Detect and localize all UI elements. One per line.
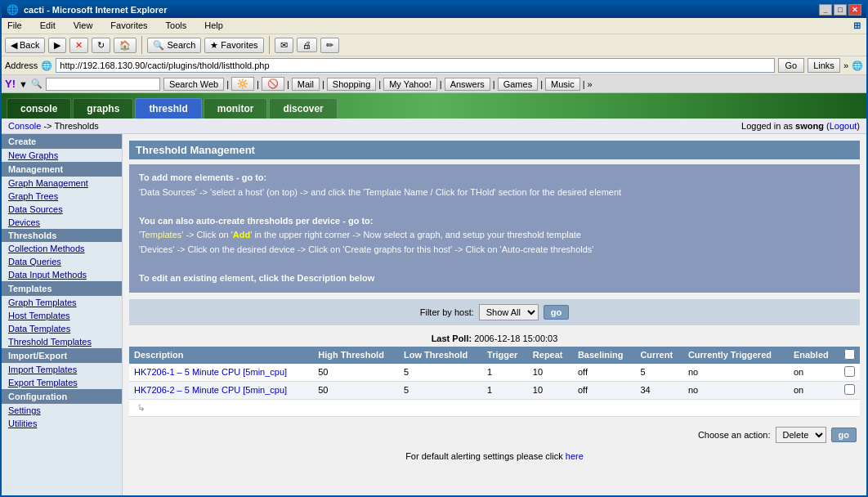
menu-view[interactable]: View [71, 20, 96, 32]
sidebar-item-graph-trees[interactable]: Graph Trees [2, 190, 122, 203]
yahoo-games-button[interactable]: Games [498, 78, 538, 91]
sidebar-item-export-templates[interactable]: Export Templates [2, 376, 122, 389]
stop-button[interactable]: ✕ [69, 38, 88, 53]
breadcrumb-separator: -> [43, 121, 54, 131]
sidebar-item-import-templates[interactable]: Import Templates [2, 363, 122, 376]
address-input[interactable] [56, 58, 774, 73]
search-button[interactable]: 🔍 Search [147, 38, 201, 53]
yahoo-mail-button[interactable]: Mail [292, 78, 320, 91]
yahoo-search-input[interactable] [46, 78, 160, 91]
action-select[interactable]: Delete [776, 427, 826, 443]
row-icon-cell: ↳ [129, 399, 860, 416]
menu-help[interactable]: Help [202, 20, 226, 32]
footer-link[interactable]: here [566, 451, 584, 461]
title-bar-left: 🌐 cacti - Microsoft Internet Explorer [7, 4, 167, 16]
yahoo-highlight-button[interactable]: 🔆 [231, 77, 254, 91]
menu-file[interactable]: File [5, 20, 25, 32]
sidebar-item-host-templates[interactable]: Host Templates [2, 309, 122, 322]
sidebar-item-collection-methods[interactable]: Collection Methods [2, 242, 122, 255]
back-button[interactable]: ◀ Back [5, 38, 45, 53]
forward-button[interactable]: ▶ [48, 38, 66, 53]
sidebar-item-data-input-methods[interactable]: Data Input Methods [2, 268, 122, 281]
sidebar-import-export-header: Import/Export [2, 348, 122, 363]
separator-1 [141, 36, 142, 54]
yahoo-divider-5: | [378, 79, 381, 89]
title-controls[interactable]: _ □ ✕ [819, 4, 861, 16]
menu-tools[interactable]: Tools [163, 20, 190, 32]
yahoo-bar: Y! ▼ 🔍 Search Web | 🔆 | 🚫 | Mail | Shopp… [2, 75, 866, 93]
yahoo-divider-2: | [257, 79, 259, 89]
last-poll-label: Last Poll: [432, 334, 472, 343]
yahoo-more-icon[interactable]: » [588, 79, 593, 89]
sidebar-item-graph-management[interactable]: Graph Management [2, 177, 122, 190]
yahoo-dropdown-icon[interactable]: ▼ [19, 79, 28, 89]
row1-description: HK7206-1 – 5 Minute CPU [5min_cpu] [129, 364, 313, 382]
filter-go-button[interactable]: go [544, 305, 569, 320]
links-button[interactable]: Links [808, 58, 840, 73]
yahoo-music-button[interactable]: Music [545, 78, 580, 91]
row2-description-link[interactable]: HK7206-2 – 5 Minute CPU [5min_cpu] [134, 385, 287, 395]
yahoo-myyahoo-button[interactable]: My Yahoo! [383, 78, 437, 91]
favorites-button[interactable]: ★ Favorites [204, 38, 263, 53]
tab-threshld[interactable]: threshld [135, 98, 201, 119]
close-button[interactable]: ✕ [848, 4, 861, 16]
separator-2 [269, 36, 270, 54]
sidebar-item-utilities[interactable]: Utilities [2, 417, 122, 430]
tab-discover[interactable]: discover [269, 98, 337, 119]
action-go-button[interactable]: go [831, 428, 857, 442]
yahoo-bar-buttons: Search Web | 🔆 | 🚫 | Mail | Shopping | M… [163, 77, 593, 91]
row2-checkbox[interactable] [844, 384, 855, 395]
mail-button[interactable]: ✉ [275, 38, 293, 53]
row1-checkbox-cell [839, 364, 860, 382]
col-description: Description [129, 347, 313, 364]
yahoo-search-web-button[interactable]: Search Web [163, 78, 224, 91]
yahoo-answers-button[interactable]: Answers [445, 78, 490, 91]
last-poll-value: 2006-12-18 15:00:03 [474, 334, 557, 343]
sidebar-item-threshold-templates[interactable]: Threshold Templates [2, 335, 122, 348]
sidebar-item-data-sources[interactable]: Data Sources [2, 203, 122, 216]
templates-link[interactable]: Templates [141, 230, 181, 240]
sidebar-item-graph-templates[interactable]: Graph Templates [2, 296, 122, 309]
menu-edit[interactable]: Edit [38, 20, 58, 32]
sidebar-item-data-queries[interactable]: Data Queries [2, 255, 122, 268]
windows-logo: ⊞ [851, 20, 863, 32]
row1-high-threshold: 50 [313, 364, 399, 382]
breadcrumb-console-link[interactable]: Console [8, 121, 41, 131]
menu-bar: File Edit View Favorites Tools Help ⊞ [2, 18, 866, 34]
menu-favorites[interactable]: Favorites [108, 20, 150, 32]
toolbar: ◀ Back ▶ ✕ ↻ 🏠 🔍 Search ★ Favorites ✉ 🖨 … [2, 34, 866, 56]
tab-monitor[interactable]: monitor [204, 98, 268, 119]
yahoo-divider-3: | [287, 79, 289, 89]
logout-link[interactable]: Logout [830, 121, 857, 131]
sidebar-item-data-templates[interactable]: Data Templates [2, 322, 122, 335]
browser-icon: 🌐 [7, 4, 19, 16]
row1-repeat: 10 [528, 364, 573, 382]
yahoo-shopping-button[interactable]: Shopping [327, 78, 377, 91]
row1-checkbox[interactable] [844, 366, 855, 377]
yahoo-popup-button[interactable]: 🚫 [262, 77, 284, 91]
sidebar-item-settings[interactable]: Settings [2, 404, 122, 417]
footer-text: For default alerting settings please cli… [405, 451, 563, 461]
table-row-icon: ↳ [129, 399, 860, 416]
username: swong [795, 121, 824, 131]
select-all-checkbox[interactable] [844, 349, 855, 360]
maximize-button[interactable]: □ [834, 4, 847, 16]
filter-host-select[interactable]: Show All [479, 304, 539, 320]
row1-description-link[interactable]: HK7206-1 – 5 Minute CPU [5min_cpu] [134, 367, 287, 377]
home-button[interactable]: 🏠 [114, 38, 136, 53]
tab-graphs[interactable]: graphs [73, 98, 133, 119]
yahoo-divider-8: | [540, 79, 543, 89]
action-bar: Choose an action: Delete go [129, 423, 860, 446]
add-highlight: Add [233, 230, 250, 240]
filter-label: Filter by host: [420, 307, 474, 317]
info-line3: You can also auto-create thresholds per … [139, 214, 850, 229]
minimize-button[interactable]: _ [819, 4, 832, 16]
go-button[interactable]: Go [778, 58, 805, 73]
sidebar-item-thresholds[interactable]: Thresholds [2, 229, 122, 242]
print-button[interactable]: 🖨 [297, 38, 317, 52]
refresh-button[interactable]: ↻ [92, 38, 110, 53]
edit-button[interactable]: ✏ [320, 38, 339, 53]
sidebar-item-devices[interactable]: Devices [2, 216, 122, 229]
tab-console[interactable]: console [7, 98, 71, 119]
sidebar-item-new-graphs[interactable]: New Graphs [2, 149, 122, 162]
